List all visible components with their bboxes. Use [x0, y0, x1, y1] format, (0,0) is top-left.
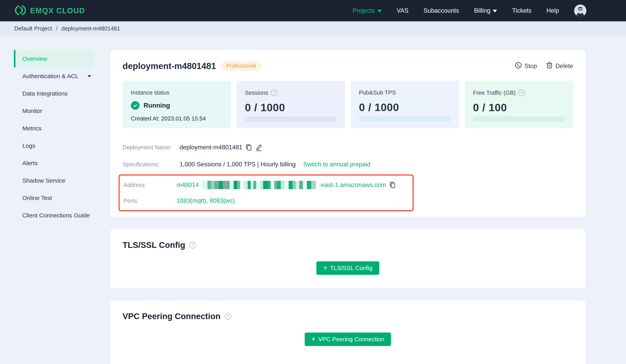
created-at: Created At: 2023.01.05 15:54	[131, 115, 223, 122]
nav-item-vas[interactable]: VAS	[397, 7, 409, 14]
stop-icon	[515, 62, 522, 71]
check-circle-icon	[131, 101, 140, 110]
nav-item-label: Billing	[474, 7, 490, 14]
address-redaction	[202, 181, 316, 189]
copy-icon[interactable]	[245, 144, 252, 151]
sidebar-item-client-connections-guide[interactable]: Client Connections Guide	[14, 207, 93, 224]
help-circle-icon[interactable]: ?	[518, 89, 525, 96]
specifications-label: Specifications:	[122, 161, 180, 168]
sidebar-item-label: Overview	[22, 55, 47, 62]
user-avatar[interactable]	[574, 4, 587, 17]
nav-item-billing[interactable]: Billing	[474, 7, 497, 14]
breadcrumb-project[interactable]: Default Project	[14, 25, 52, 32]
delete-label: Delete	[555, 63, 573, 70]
sidebar: Overview Authentication & ACL Data Integ…	[0, 50, 110, 224]
plus-icon: +	[312, 335, 315, 343]
add-vpc-peering-button[interactable]: + VPC Peering Connection	[305, 332, 391, 346]
sidebar-item-data-integrations[interactable]: Data Integrations	[14, 85, 93, 102]
sidebar-item-label: Online Test	[22, 195, 52, 201]
ports-label: Ports:	[123, 198, 177, 204]
instance-status-card: Instance status Running Created At: 2023…	[122, 81, 231, 128]
vpc-peering-card: VPC Peering Connection ? + VPC Peering C…	[110, 300, 586, 364]
brand[interactable]: EMQX CLOUD	[14, 4, 85, 17]
nav-item-help[interactable]: Help	[547, 7, 559, 14]
sidebar-item-label: Data Integrations	[22, 90, 68, 97]
sidebar-item-label: Monitor	[22, 108, 42, 114]
sessions-value: 0 / 1000	[245, 101, 337, 113]
main-content: deployment-m4801481 Professional Stop	[110, 50, 586, 364]
deployment-name-label: Deployment Name:	[122, 144, 180, 151]
nav-item-tickets[interactable]: Tickets	[512, 7, 531, 14]
pubsub-tps-card: Pub&Sub TPS 0 / 1000	[351, 81, 459, 128]
page-title: deployment-m4801481	[122, 61, 216, 71]
nav-item-label: Help	[547, 7, 559, 14]
sessions-card: Sessions ? 0 / 1000	[236, 81, 345, 128]
sidebar-item-shadow-service[interactable]: Shadow Service	[14, 172, 93, 189]
deployment-name-value: deployment-m4801481	[180, 144, 242, 151]
sidebar-item-logs[interactable]: Logs	[14, 137, 93, 154]
free-traffic-label: Free Traffic (GB)	[473, 90, 515, 96]
copy-icon[interactable]	[389, 182, 396, 188]
specifications-row: Specifications: 1,000 Sessions / 1,000 T…	[122, 156, 573, 173]
chevron-down-icon	[87, 75, 91, 77]
sidebar-item-label: Client Connections Guide	[22, 212, 90, 219]
nav-item-label: VAS	[397, 7, 409, 14]
sidebar-item-metrics[interactable]: Metrics	[14, 120, 93, 137]
emqx-logo-icon	[14, 4, 26, 17]
pubsub-tps-value: 0 / 1000	[359, 101, 451, 113]
brand-name: EMQX CLOUD	[30, 6, 85, 15]
nav-item-label: Tickets	[512, 7, 531, 14]
trash-icon	[546, 62, 553, 71]
edit-icon[interactable]	[255, 144, 263, 151]
deployment-name-row: Deployment Name: deployment-m4801481	[122, 139, 573, 156]
add-vpc-peering-label: VPC Peering Connection	[318, 336, 385, 343]
nav-item-projects[interactable]: Projects	[353, 7, 382, 14]
help-circle-icon[interactable]: ?	[225, 313, 231, 320]
vpc-peering-title: VPC Peering Connection	[122, 312, 221, 321]
sidebar-item-overview[interactable]: Overview	[14, 50, 93, 68]
chevron-down-icon	[493, 10, 497, 12]
ports-value: 1883(mqtt), 8083(ws)	[177, 197, 235, 204]
plan-badge: Professional	[221, 61, 261, 71]
chevron-down-icon	[377, 10, 382, 12]
pubsub-tps-label: Pub&Sub TPS	[359, 89, 396, 96]
top-navbar: EMQX CLOUD Projects VAS Subaccounts Bill…	[0, 0, 626, 21]
tls-ssl-card: TLS/SSL Config ? + TLS/SSL Config	[110, 229, 586, 288]
ports-row: Ports: 1883(mqtt), 8083(ws)	[123, 193, 409, 209]
help-circle-icon[interactable]: ?	[271, 89, 278, 96]
sidebar-item-label: Shadow Service	[22, 177, 65, 184]
sidebar-item-authentication-acl[interactable]: Authentication & ACL	[14, 68, 93, 85]
specifications-value: 1,000 Sessions / 1,000 TPS | Hourly bill…	[180, 161, 296, 168]
switch-annual-prepaid-link[interactable]: Switch to annual prepaid	[303, 161, 370, 168]
sidebar-item-online-test[interactable]: Online Test	[14, 189, 93, 207]
nav-menu: Projects VAS Subaccounts Billing Tickets…	[353, 4, 587, 17]
sidebar-item-label: Alerts	[22, 160, 38, 167]
instance-status-label: Instance status	[131, 89, 223, 96]
address-prefix: m48014	[177, 182, 199, 188]
add-tls-ssl-config-button[interactable]: + TLS/SSL Config	[316, 261, 379, 275]
delete-button[interactable]: Delete	[546, 62, 573, 71]
address-highlight-box: Address: m48014 -east-1.amazonaws.com	[118, 175, 414, 211]
sidebar-item-label: Metrics	[22, 125, 41, 132]
breadcrumb-separator: /	[56, 25, 57, 32]
nav-item-label: Subaccounts	[424, 7, 459, 14]
free-traffic-progress-bar	[473, 116, 565, 121]
free-traffic-card: Free Traffic (GB) ? 0 / 100	[465, 81, 573, 128]
sessions-progress-bar	[245, 116, 337, 121]
breadcrumb: Default Project / deployment-m4801481	[0, 21, 626, 36]
sidebar-item-monitor[interactable]: Monitor	[14, 102, 93, 120]
deployment-overview-card: deployment-m4801481 Professional Stop	[110, 50, 586, 217]
plus-icon: +	[323, 264, 327, 271]
tls-ssl-title: TLS/SSL Config	[122, 240, 185, 250]
stop-button[interactable]: Stop	[515, 62, 537, 71]
nav-item-subaccounts[interactable]: Subaccounts	[424, 7, 459, 14]
pubsub-tps-progress-bar	[359, 116, 451, 121]
address-suffix: -east-1.amazonaws.com	[319, 182, 386, 188]
sessions-label: Sessions	[245, 90, 268, 96]
status-running: Running	[144, 102, 170, 109]
sidebar-item-label: Authentication & ACL	[22, 73, 78, 79]
sidebar-item-alerts[interactable]: Alerts	[14, 154, 93, 172]
help-circle-icon[interactable]: ?	[189, 242, 196, 249]
nav-item-label: Projects	[353, 7, 375, 14]
address-row: Address: m48014 -east-1.amazonaws.com	[123, 177, 409, 193]
